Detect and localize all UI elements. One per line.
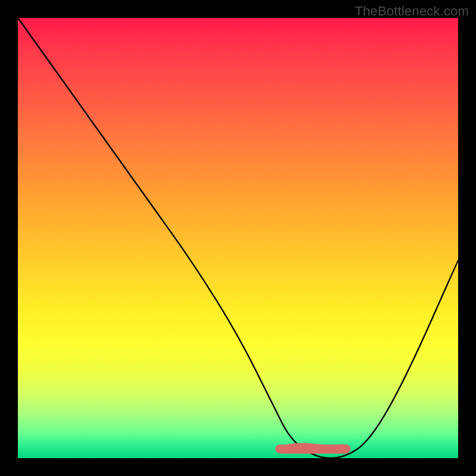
chart-plot-area xyxy=(18,18,458,458)
watermark-text: TheBottleneck.com xyxy=(355,4,469,19)
optimal-zone-shape xyxy=(275,443,350,453)
optimal-zone-marker xyxy=(18,18,458,458)
